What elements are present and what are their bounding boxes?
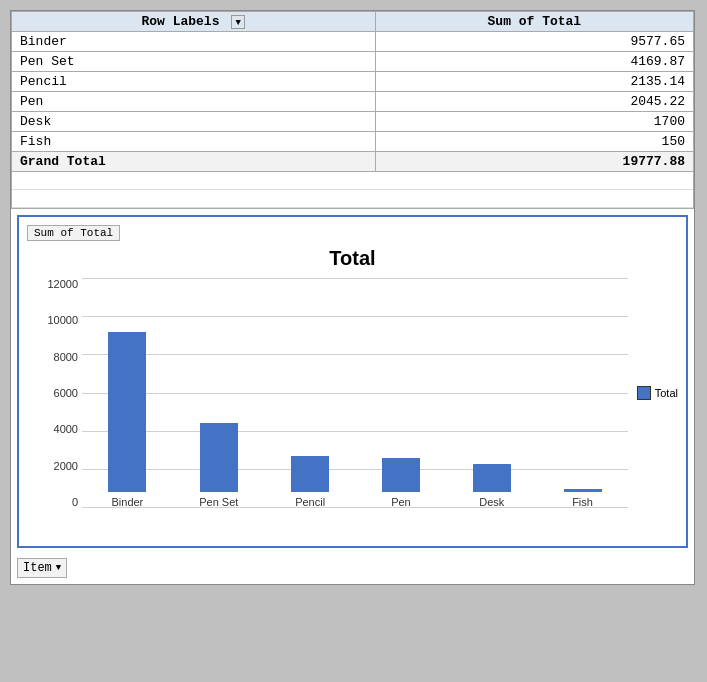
- bar-group: Pen: [382, 278, 420, 508]
- empty-row: [12, 172, 693, 190]
- y-axis-label: 12000: [47, 278, 78, 290]
- bar: [200, 423, 238, 492]
- row-label: Desk: [12, 112, 376, 132]
- header-row-labels: Row Labels ▼: [12, 12, 376, 32]
- item-button[interactable]: Item ▼: [17, 558, 67, 578]
- legend-color-swatch: [637, 386, 651, 400]
- y-axis-label: 8000: [54, 351, 78, 363]
- y-axis-label: 0: [72, 496, 78, 508]
- table-row: Pen Set4169.87: [12, 52, 694, 72]
- y-axis-label: 10000: [47, 314, 78, 326]
- bar-x-label: Binder: [111, 496, 143, 508]
- bar-x-label: Pen Set: [199, 496, 238, 508]
- row-label: Pen: [12, 92, 376, 112]
- row-label: Pen Set: [12, 52, 376, 72]
- bar-group: Pen Set: [199, 278, 238, 508]
- grand-total-value: 19777.88: [375, 152, 693, 172]
- row-label: Pencil: [12, 72, 376, 92]
- pivot-table: Row Labels ▼ Sum of Total Binder9577.65P…: [11, 11, 694, 172]
- chart-title: Total: [27, 247, 678, 270]
- row-value: 4169.87: [375, 52, 693, 72]
- chart-area: 020004000600080001000012000 BinderPen Se…: [27, 278, 678, 538]
- table-row: Binder9577.65: [12, 32, 694, 52]
- bar-group: Desk: [473, 278, 511, 508]
- bar-group: Pencil: [291, 278, 329, 508]
- grand-total-label: Grand Total: [12, 152, 376, 172]
- y-axis: 020004000600080001000012000: [27, 278, 82, 508]
- row-label: Fish: [12, 132, 376, 152]
- row-value: 2045.22: [375, 92, 693, 112]
- legend-label: Total: [655, 387, 678, 399]
- empty-row: [12, 190, 693, 208]
- bar-x-label: Pencil: [295, 496, 325, 508]
- row-value: 2135.14: [375, 72, 693, 92]
- chart-footer: Item ▼: [11, 554, 694, 584]
- filter-icon[interactable]: ▼: [231, 15, 245, 29]
- bar-x-label: Pen: [391, 496, 411, 508]
- table-row: Pencil2135.14: [12, 72, 694, 92]
- y-axis-label: 4000: [54, 423, 78, 435]
- legend-item: Total: [637, 386, 678, 400]
- bar-group: Binder: [108, 278, 146, 508]
- chart-legend-button[interactable]: Sum of Total: [27, 225, 120, 241]
- header-sum-of-total: Sum of Total: [375, 12, 693, 32]
- y-axis-label: 6000: [54, 387, 78, 399]
- table-row: Fish150: [12, 132, 694, 152]
- row-value: 1700: [375, 112, 693, 132]
- dropdown-arrow-icon: ▼: [56, 563, 61, 573]
- grand-total-row: Grand Total19777.88: [12, 152, 694, 172]
- bar-x-label: Fish: [572, 496, 593, 508]
- row-label: Binder: [12, 32, 376, 52]
- chart-container: Sum of Total Total 020004000600080001000…: [17, 215, 688, 548]
- bar-x-label: Desk: [479, 496, 504, 508]
- bar: [382, 458, 420, 492]
- bar: [291, 456, 329, 492]
- bar: [473, 464, 511, 492]
- row-value: 150: [375, 132, 693, 152]
- empty-rows: [11, 172, 694, 209]
- y-axis-label: 2000: [54, 460, 78, 472]
- bar: [564, 489, 602, 492]
- table-row: Pen2045.22: [12, 92, 694, 112]
- row-value: 9577.65: [375, 32, 693, 52]
- bar: [108, 332, 146, 492]
- legend-area: Total: [637, 386, 678, 400]
- bar-group: Fish: [564, 278, 602, 508]
- bars-row: BinderPen SetPencilPenDeskFish: [82, 278, 628, 508]
- grid-and-bars: BinderPen SetPencilPenDeskFish Total: [82, 278, 678, 508]
- table-row: Desk1700: [12, 112, 694, 132]
- outer-container: Row Labels ▼ Sum of Total Binder9577.65P…: [10, 10, 695, 585]
